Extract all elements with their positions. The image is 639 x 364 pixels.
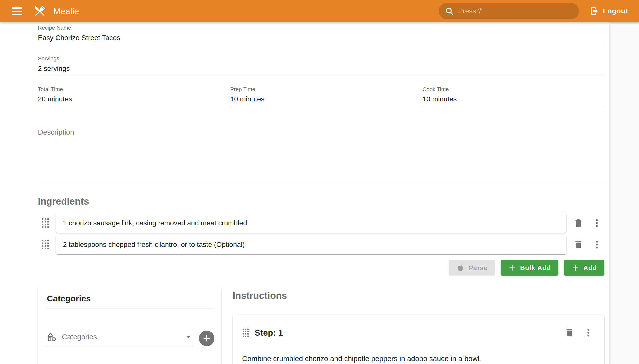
categories-card-title: Categories (45, 294, 215, 304)
step-text-input[interactable]: Combine crumbled chorizo and chipotle pe… (241, 354, 596, 364)
ingredient-menu-button[interactable] (589, 237, 604, 252)
chevron-down-icon (186, 336, 191, 338)
ingredient-input-card (56, 214, 566, 233)
step-card: Step: 1 Combine crumbled chorizo and chi… (233, 315, 604, 364)
step-title: Step: 1 (255, 328, 562, 338)
app-title: Mealie (53, 6, 79, 16)
prep-time-field: Prep Time (230, 86, 412, 106)
parse-label: Parse (469, 264, 488, 272)
logout-label: Logout (603, 7, 628, 15)
prep-time-label: Prep Time (230, 86, 412, 93)
drag-handle-icon[interactable] (41, 238, 50, 251)
trash-icon (573, 218, 583, 228)
cook-time-field: Cook Time (422, 86, 604, 106)
instructions-heading: Instructions (233, 290, 604, 301)
ingredient-input[interactable] (56, 240, 566, 248)
kebab-icon (592, 218, 602, 228)
recipe-name-label: Recipe Name (38, 24, 604, 32)
delete-step-button[interactable] (562, 325, 577, 340)
servings-label: Servings (38, 55, 604, 62)
plus-icon (202, 334, 211, 342)
add-category-button[interactable] (199, 330, 215, 346)
ingredients-heading: Ingredients (38, 196, 604, 207)
cook-time-input[interactable] (422, 93, 604, 106)
recipe-name-field: Recipe Name (38, 24, 604, 45)
total-time-input[interactable] (38, 93, 220, 106)
total-time-field: Total Time (38, 86, 220, 106)
ingredient-input-card (56, 235, 566, 254)
ingredient-input[interactable] (56, 219, 566, 227)
logout-icon (590, 7, 599, 16)
bulk-add-label: Bulk Add (520, 264, 551, 272)
kebab-icon (583, 328, 593, 338)
delete-ingredient-button[interactable] (571, 216, 586, 230)
plus-icon (508, 264, 516, 272)
trash-icon (573, 240, 583, 250)
kebab-icon (592, 240, 602, 250)
total-time-label: Total Time (38, 86, 220, 93)
cook-time-label: Cook Time (422, 86, 604, 93)
categories-select-label: Categories (62, 333, 181, 341)
trash-icon (564, 328, 574, 338)
add-label: Add (583, 264, 597, 272)
ingredient-row (38, 235, 604, 254)
search-icon (445, 6, 454, 16)
shapes-icon (46, 332, 57, 342)
divider (45, 308, 215, 308)
add-ingredient-button[interactable]: Add (564, 260, 604, 276)
bulk-add-button[interactable]: Bulk Add (501, 260, 558, 276)
servings-field: Servings (38, 55, 604, 76)
delete-ingredient-button[interactable] (571, 237, 586, 252)
description-label: Description (38, 128, 74, 136)
logout-button[interactable]: Logout (586, 2, 631, 20)
mealie-logo-icon (32, 3, 48, 19)
categories-select[interactable]: Categories (45, 330, 193, 347)
parse-button: Parse (449, 260, 495, 276)
recipe-name-input[interactable] (38, 32, 604, 45)
prep-time-input[interactable] (230, 93, 412, 106)
plus-icon (571, 264, 579, 272)
categories-card: Categories Categories (38, 287, 222, 364)
search-box[interactable] (439, 3, 579, 20)
app-bar: Mealie Logout (0, 0, 639, 22)
servings-input[interactable] (38, 62, 604, 76)
menu-icon[interactable] (9, 3, 25, 19)
ingredient-menu-button[interactable] (589, 216, 604, 230)
apple-icon (456, 264, 465, 272)
description-input[interactable] (38, 136, 604, 179)
recipe-editor-sheet: Recipe Name Servings Total Time Prep Tim… (0, 22, 609, 364)
drag-handle-icon[interactable] (241, 327, 250, 338)
drag-handle-icon[interactable] (41, 217, 50, 229)
step-menu-button[interactable] (581, 325, 596, 340)
ingredient-row (38, 214, 604, 233)
description-field: Description (38, 128, 604, 182)
search-input[interactable] (458, 7, 573, 15)
